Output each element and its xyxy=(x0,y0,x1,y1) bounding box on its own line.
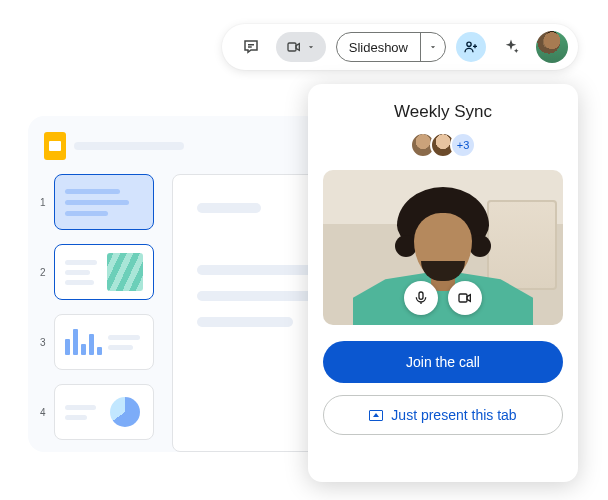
person-add-icon xyxy=(463,39,479,55)
slides-logo-icon xyxy=(44,132,66,160)
meeting-title: Weekly Sync xyxy=(394,102,492,122)
self-video-preview xyxy=(323,170,563,325)
camera-icon xyxy=(286,39,302,55)
slideshow-button[interactable]: Slideshow xyxy=(337,33,421,61)
toolbar: Slideshow xyxy=(222,24,578,70)
join-call-button[interactable]: Join the call xyxy=(323,341,563,383)
slideshow-menu-button[interactable] xyxy=(421,33,445,61)
account-avatar[interactable] xyxy=(536,31,568,63)
slide-thumbnails: 1 2 xyxy=(40,174,158,452)
share-button[interactable] xyxy=(456,32,486,62)
document-title-placeholder[interactable] xyxy=(74,142,184,150)
meet-camera-button[interactable] xyxy=(276,32,326,62)
slide-number: 1 xyxy=(40,197,46,208)
meet-join-panel: Weekly Sync +3 Join the xyxy=(308,84,578,482)
mute-mic-button[interactable] xyxy=(404,281,438,315)
present-tab-label: Just present this tab xyxy=(391,407,516,423)
chevron-down-icon xyxy=(306,42,316,52)
comment-history-button[interactable] xyxy=(236,32,266,62)
svg-rect-3 xyxy=(459,294,467,302)
sparkle-icon xyxy=(502,38,520,56)
slide-thumbnail-2[interactable]: 2 xyxy=(40,244,158,300)
participant-overflow-badge: +3 xyxy=(450,132,476,158)
present-icon xyxy=(369,410,383,421)
toggle-camera-button[interactable] xyxy=(448,281,482,315)
slide-thumbnail-4[interactable]: 4 xyxy=(40,384,158,440)
slide-number: 3 xyxy=(40,337,46,348)
svg-rect-0 xyxy=(288,43,296,51)
slide-number: 4 xyxy=(40,407,46,418)
participant-avatars: +3 xyxy=(410,132,476,158)
svg-point-1 xyxy=(467,42,471,46)
slide-thumbnail-1[interactable]: 1 xyxy=(40,174,158,230)
present-tab-button[interactable]: Just present this tab xyxy=(323,395,563,435)
slide-thumbnail-3[interactable]: 3 xyxy=(40,314,158,370)
slideshow-split-button: Slideshow xyxy=(336,32,446,62)
slide-number: 2 xyxy=(40,267,46,278)
sparkle-button[interactable] xyxy=(496,32,526,62)
svg-rect-2 xyxy=(419,292,423,299)
chevron-down-icon xyxy=(428,42,438,52)
camera-icon xyxy=(457,290,473,306)
mic-icon xyxy=(413,290,429,306)
preview-controls xyxy=(404,281,482,315)
